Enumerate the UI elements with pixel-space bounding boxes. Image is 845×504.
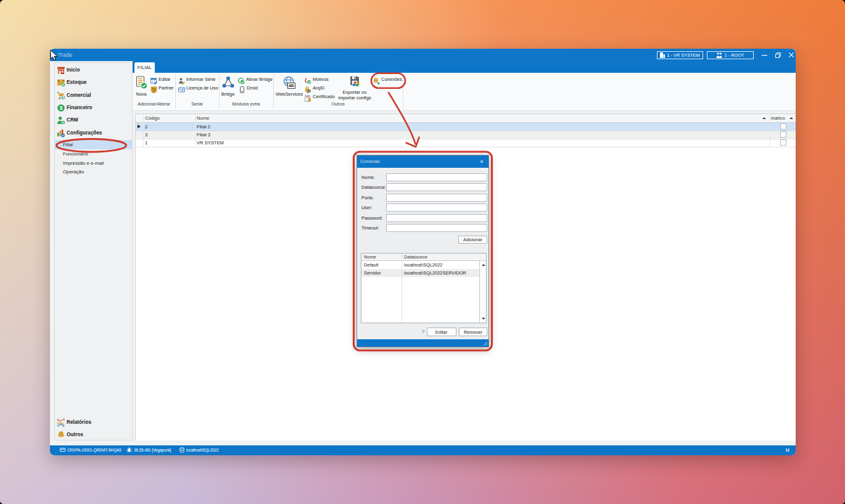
scroll-down-icon[interactable] bbox=[482, 318, 485, 320]
datasource-input[interactable] bbox=[386, 183, 487, 191]
dialog-remover-button[interactable]: Remover bbox=[459, 328, 487, 336]
certificado-button-label: Certificado bbox=[313, 93, 335, 100]
sidebar-subitem-label: Impressão e e-mail bbox=[63, 159, 104, 168]
store-icon bbox=[57, 66, 65, 75]
dialog-title-bar[interactable]: Conexao × bbox=[357, 155, 488, 168]
sidebar-subitem-filial[interactable]: Filial bbox=[55, 140, 132, 149]
help-link[interactable]: ? bbox=[422, 329, 424, 334]
connection-row[interactable]: Servidor localhost\SQL2022SERVIDOR bbox=[361, 269, 486, 277]
dialog-close-button[interactable]: × bbox=[477, 155, 486, 168]
edit-table-icon bbox=[150, 76, 157, 83]
cell-nome: Filial 3 bbox=[197, 131, 210, 139]
sidebar-item-crm[interactable]: CRM bbox=[55, 114, 132, 126]
mouse-cursor bbox=[50, 49, 59, 62]
bell-icon bbox=[57, 431, 65, 439]
user-input[interactable] bbox=[386, 204, 487, 212]
minimize-button[interactable] bbox=[758, 49, 770, 61]
cell-codigo: 3 bbox=[145, 131, 147, 139]
building-icon bbox=[660, 52, 665, 58]
status-server: localhost\SQL2022 bbox=[179, 445, 218, 455]
dialog-editar-button[interactable]: Editar bbox=[427, 328, 456, 336]
restore-button[interactable] bbox=[772, 49, 784, 61]
sidebar-item-relatorios[interactable]: Relatórios bbox=[55, 416, 132, 429]
timeout-input[interactable] bbox=[386, 224, 487, 232]
tab-filial[interactable]: FILIAL bbox=[134, 62, 155, 73]
scroll-up-icon[interactable] bbox=[482, 264, 485, 266]
status-serial-text: CRXPA-10001-QREMT-5HQA5 bbox=[67, 448, 121, 452]
status-bar: CRXPA-10001-QREMT-5HQA5 36.35.461 [Vegap… bbox=[50, 445, 796, 455]
sidebar-item-estoque[interactable]: Estoque bbox=[55, 76, 132, 89]
sidebar-item-label: Comercial bbox=[67, 89, 91, 102]
monitor-icon bbox=[60, 448, 65, 453]
nome-input[interactable] bbox=[386, 173, 487, 181]
grid-row-line bbox=[136, 139, 796, 139]
certificate-icon bbox=[305, 93, 311, 100]
column-header-nome[interactable]: Nome bbox=[197, 114, 209, 122]
inativo-checkbox[interactable] bbox=[780, 123, 786, 130]
sidebar-item-configuracoes[interactable]: Configurações bbox=[55, 127, 132, 139]
bridge-button-label: Bridge bbox=[220, 91, 236, 97]
reports-icon bbox=[57, 418, 65, 427]
porta-input[interactable] bbox=[386, 194, 487, 202]
adicionar-button[interactable]: Adicionar bbox=[458, 236, 487, 244]
title-bar[interactable]: e-Trade 1 - VR SYSTEM 1 - ROOT bbox=[50, 49, 796, 61]
stock-box-icon bbox=[57, 78, 65, 87]
column-header-datasource[interactable]: Datasource bbox=[404, 254, 427, 260]
cell-nome: Servidor bbox=[364, 269, 381, 277]
webservices-button-label: WebServices bbox=[276, 91, 301, 97]
cell-nome: Filial 2 bbox=[197, 123, 210, 131]
status-server-text: localhost\SQL2022 bbox=[186, 448, 218, 452]
sort-ascending-icon bbox=[789, 117, 793, 119]
sidebar-subitem-label: Filial bbox=[63, 140, 73, 149]
sidebar: Inicio Estoque $ Comercial $ Financeiro … bbox=[54, 62, 133, 440]
conexoes-button-label: Conexões bbox=[381, 76, 402, 83]
lock-key-icon bbox=[305, 85, 311, 91]
connection-row[interactable]: Default localhost\SQL2022 bbox=[361, 261, 486, 269]
status-serial: CRXPA-10001-QREMT-5HQA5 bbox=[60, 445, 121, 455]
grid-row[interactable]: 3 Filial 3 bbox=[136, 131, 796, 139]
sidebar-subitem-funcionario[interactable]: Funcionário bbox=[55, 149, 132, 159]
sidebar-item-financeiro[interactable]: $ Financeiro bbox=[55, 102, 132, 114]
motivos-icon bbox=[305, 76, 311, 83]
inativo-checkbox[interactable] bbox=[780, 139, 786, 146]
sidebar-item-label: Inicio bbox=[67, 64, 80, 76]
license-card-icon bbox=[178, 85, 185, 91]
cart-icon: $ bbox=[57, 91, 65, 100]
person-plus-icon bbox=[57, 116, 65, 125]
column-header-inativo[interactable]: Inativo bbox=[771, 114, 785, 122]
globe-icon: ab bbox=[282, 76, 295, 90]
column-header-codigo[interactable]: Código bbox=[145, 114, 160, 122]
company-button[interactable]: 1 - VR SYSTEM bbox=[657, 51, 703, 59]
table-column-line bbox=[402, 254, 402, 323]
partner-button-label: Partner bbox=[159, 85, 174, 91]
resize-grip-icon[interactable] bbox=[482, 341, 488, 346]
cell-nome: Default bbox=[364, 261, 378, 269]
grid-header: Código Nome Inativo bbox=[136, 114, 796, 123]
dollar-icon: $ bbox=[57, 104, 65, 112]
sidebar-subitem-operacao[interactable]: Operação bbox=[55, 167, 132, 176]
user-button[interactable]: 1 - ROOT bbox=[707, 51, 754, 59]
close-button[interactable] bbox=[785, 49, 796, 61]
close-icon bbox=[789, 52, 794, 57]
connections-table-header: Nome Datasource bbox=[361, 254, 486, 261]
inativo-checkbox[interactable] bbox=[780, 131, 786, 138]
grid-row[interactable]: 1 VR SYSTEM bbox=[136, 139, 796, 147]
column-header-nome[interactable]: Nome bbox=[364, 254, 376, 260]
cell-datasource: localhost\SQL2022 bbox=[404, 261, 442, 269]
field-label-user: User: bbox=[361, 204, 373, 212]
sidebar-item-comercial[interactable]: $ Comercial bbox=[55, 89, 132, 102]
sidebar-subitem-impressao[interactable]: Impressão e e-mail bbox=[55, 159, 132, 168]
grid-row-selected[interactable]: 2 Filial 2 bbox=[136, 123, 796, 131]
sidebar-item-outros[interactable]: Outros bbox=[55, 429, 132, 441]
nova-button-label: Nova bbox=[134, 91, 148, 97]
password-input[interactable] bbox=[386, 214, 487, 222]
minimize-icon bbox=[762, 52, 767, 58]
sidebar-item-inicio[interactable]: Inicio bbox=[55, 64, 132, 76]
users-icon bbox=[716, 52, 722, 58]
user-button-label: 1 - ROOT bbox=[724, 52, 744, 59]
save-configs-icon bbox=[348, 76, 361, 88]
vertical-scrollbar[interactable] bbox=[479, 261, 486, 323]
field-label-datasource: Datasource: bbox=[361, 183, 386, 191]
ativar-bridge-button-label: Ativar Bridge bbox=[246, 76, 273, 83]
field-label-nome: Nome: bbox=[361, 173, 375, 181]
